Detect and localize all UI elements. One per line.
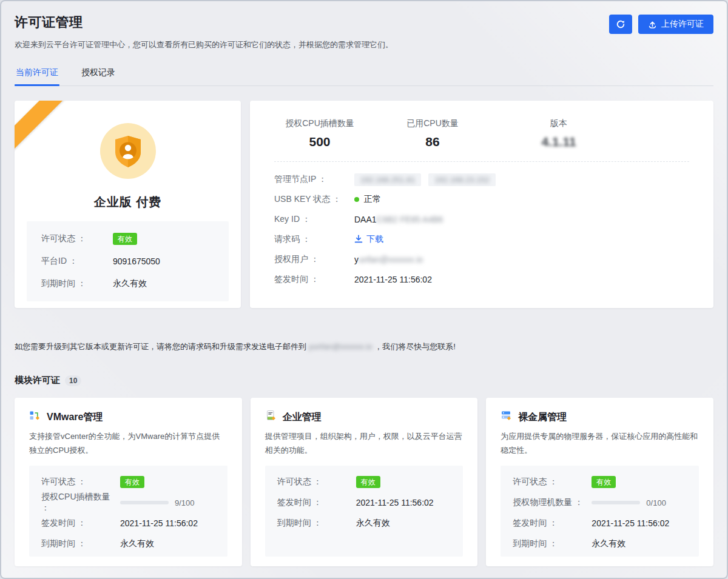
module-title: VMware管理 <box>47 411 103 424</box>
license-detail-card: 授权CPU插槽数量 500 已用CPU数量 86 版本 4.1.11 管理节点I… <box>250 101 713 308</box>
page-header: 许可证管理 欢迎来到云平台许可证管理中心，您可以查看所有已购买的许可证和它们的状… <box>1 1 727 50</box>
module-info-panel: 许可状态 ： 有效 签发时间 ： 2021-11-25 11:56:02 到期时… <box>265 466 463 557</box>
cpu-slot-progress: 9/100 <box>120 498 195 507</box>
license-info-panel: 许可状态 ： 有效 平台ID ： 9091675050 到期时间 ： 永久有效 <box>27 221 229 301</box>
key-id-row: Key ID ： DAA1 C6B2 FE85 A4B6 <box>274 213 689 226</box>
license-management-page: 许可证管理 欢迎来到云平台许可证管理中心，您可以查看所有已购买的许可证和它们的状… <box>0 0 728 579</box>
module-expire-row: 到期时间 ： 永久有效 <box>513 537 687 551</box>
module-quota-row: 授权CPU插槽数量 ： 9/100 <box>41 496 215 509</box>
download-link-label: 下载 <box>366 234 383 245</box>
license-edition: 企业版 付费 <box>15 194 241 210</box>
module-issued-row: 签发时间 ： 2021-11-25 11:56:02 <box>41 517 215 530</box>
tab-bar: 当前许可证 授权记录 <box>15 65 713 86</box>
platform-id-value: 9091675050 <box>113 256 160 266</box>
platform-id-row: 平台ID ： 9091675050 <box>41 254 214 269</box>
enterprise-icon <box>265 410 277 424</box>
divider <box>274 161 689 162</box>
request-code-row: 请求码 ： 下载 <box>274 233 689 246</box>
tab-current-license[interactable]: 当前许可证 <box>15 65 59 85</box>
module-info-panel: 许可状态 ： 有效 授权CPU插槽数量 ： 9/100 签发时间 ： 2021-… <box>29 466 228 557</box>
module-expire-row: 到期时间 ： 永久有效 <box>41 537 215 551</box>
stat-cpu-slots: 授权CPU插槽数量 500 <box>274 118 365 149</box>
module-quota-row: 授权物理机数量 ： 0/100 <box>513 496 687 509</box>
issue-time-value: 2021-11-25 11:56:02 <box>354 275 432 284</box>
physical-machine-progress: 0/100 <box>592 498 666 507</box>
expire-time-value: 永久有效 <box>113 278 147 289</box>
auth-user-visible: y <box>354 255 359 264</box>
download-request-code-link[interactable]: 下载 <box>354 234 383 245</box>
status-badge: 有效 <box>356 476 380 488</box>
module-status-row: 许可状态 ： 有效 <box>41 475 215 489</box>
module-description: 提供管理项目，组织架构，用户，权限，以及云平台运营相关的功能。 <box>265 430 463 458</box>
expire-time-row: 到期时间 ： 永久有效 <box>41 276 214 291</box>
license-stats: 授权CPU插槽数量 500 已用CPU数量 86 版本 4.1.11 <box>274 118 689 149</box>
vmware-icon <box>29 410 41 424</box>
module-title: 裸金属管理 <box>518 411 567 424</box>
module-status-row: 许可状态 ： 有效 <box>277 475 451 489</box>
status-badge: 有效 <box>113 233 137 245</box>
page-title: 许可证管理 <box>15 13 393 32</box>
license-status-row: 许可状态 ： 有效 <box>41 232 214 246</box>
mgmt-ip-row: 管理节点IP ： 192.168.251.81 192.168.23.152 <box>274 173 689 186</box>
modules-section-title: 模块许可证 <box>15 375 60 386</box>
upload-button-label: 上传许可证 <box>661 19 704 30</box>
module-card-baremetal: 裸金属管理 为应用提供专属的物理服务器，保证核心应用的高性能和稳定性。 许可状态… <box>486 398 713 566</box>
status-badge: 有效 <box>592 476 616 488</box>
corner-ribbon <box>15 101 70 156</box>
modules-count-badge: 10 <box>65 375 81 386</box>
upload-license-button[interactable]: 上传许可证 <box>638 15 713 34</box>
baremetal-icon <box>500 410 513 424</box>
auth-user-masked: unfan@xxxxxx.io <box>359 255 423 264</box>
status-badge: 有效 <box>120 476 144 488</box>
refresh-icon <box>616 19 625 29</box>
page-subtitle: 欢迎来到云平台许可证管理中心，您可以查看所有已购买的许可证和它们的状态，并根据您… <box>15 39 393 50</box>
issue-time-row: 签发时间 ： 2021-11-25 11:56:02 <box>274 273 689 286</box>
module-info-panel: 许可状态 ： 有效 授权物理机数量 ： 0/100 签发时间 ： 2021-11… <box>500 466 699 557</box>
contact-email-masked: yunfan@xxxxxx.io <box>309 342 372 351</box>
upload-icon <box>648 20 657 29</box>
module-card-vmware: VMware管理 支持接管vCenter的全功能，为VMware的计算节点提供独… <box>15 398 242 566</box>
platform-id-label: 平台ID ： <box>41 256 113 267</box>
module-status-row: 许可状态 ： 有效 <box>513 475 687 489</box>
expire-time-label: 到期时间 ： <box>41 278 113 289</box>
modules-section-header: 模块许可证 10 <box>15 375 713 386</box>
license-summary-card: 企业版 付费 许可状态 ： 有效 平台ID ： 9091675050 到期时间 … <box>15 101 241 308</box>
module-description: 支持接管vCenter的全功能，为VMware的计算节点提供独立的CPU授权。 <box>29 430 228 458</box>
auth-user-row: 授权用户 ： y unfan@xxxxxx.io <box>274 253 689 266</box>
mgmt-ip-chip: 192.168.23.152 <box>428 173 495 186</box>
mgmt-ip-chip: 192.168.251.81 <box>354 173 421 186</box>
refresh-button[interactable] <box>609 15 632 34</box>
module-issued-row: 签发时间 ： 2021-11-25 11:56:02 <box>513 517 687 530</box>
upgrade-notice: 如您需要升级到其它版本或更新许可证，请将您的请求码和升级需求发送电子邮件到 yu… <box>15 341 713 352</box>
module-description: 为应用提供专属的物理服务器，保证核心应用的高性能和稳定性。 <box>500 430 699 458</box>
key-id-visible: DAA1 <box>354 215 377 224</box>
status-ok-dot <box>354 197 359 202</box>
download-icon <box>354 235 363 245</box>
module-title: 企业管理 <box>283 411 322 424</box>
stat-version: 版本 4.1.11 <box>525 118 592 149</box>
key-id-masked: C6B2 FE85 A4B6 <box>377 215 443 224</box>
usb-key-status-row: USB KEY 状态 ： 正常 <box>274 193 689 206</box>
usb-key-status-value: 正常 <box>364 194 381 205</box>
module-issued-row: 签发时间 ： 2021-11-25 11:56:02 <box>277 496 451 509</box>
tab-auth-records[interactable]: 授权记录 <box>80 65 116 85</box>
license-status-label: 许可状态 ： <box>41 233 113 244</box>
module-card-enterprise: 企业管理 提供管理项目，组织架构，用户，权限，以及云平台运营相关的功能。 许可状… <box>251 398 478 566</box>
module-expire-row: 到期时间 ： 永久有效 <box>277 517 451 530</box>
stat-cpu-used: 已用CPU数量 86 <box>393 118 472 149</box>
version-masked-value: 4.1.11 <box>525 135 592 149</box>
